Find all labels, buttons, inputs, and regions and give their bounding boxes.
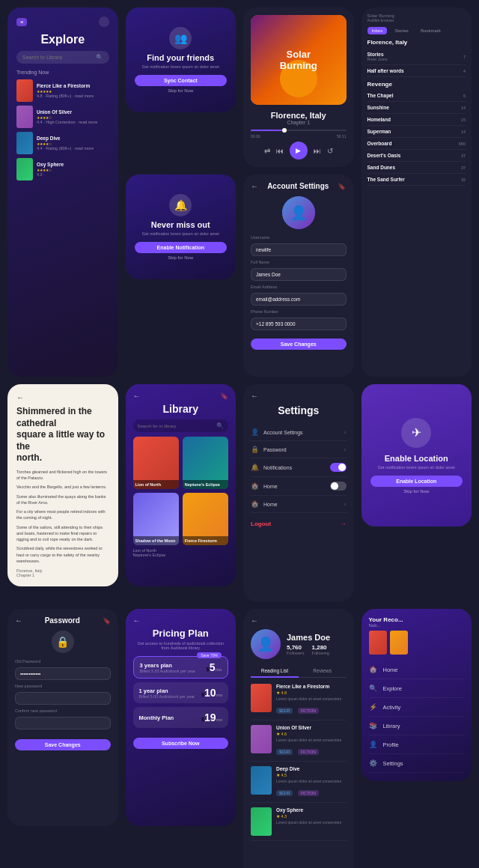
skip-button[interactable]: Skip for Now xyxy=(135,88,228,93)
sync-contact-button[interactable]: Sync Contact xyxy=(135,75,228,86)
enable-location-button[interactable]: Enable Location xyxy=(370,476,463,487)
book-subtitle-2: Neptune's Eclipse xyxy=(133,553,229,557)
nav-item-home[interactable]: 🏠 Home xyxy=(369,661,465,679)
find-friends-subtitle: Get notification lorem ipsum sir dolor a… xyxy=(142,64,219,69)
search-icon: 🔍 xyxy=(96,54,103,61)
your-reco-title: Your Reco... xyxy=(369,616,465,623)
subscribe-button[interactable]: Subscribe Now xyxy=(133,738,229,749)
enable-location-subtitle: Get notification lorem ipsum sir dolor a… xyxy=(378,465,455,470)
solar-info-header: Solar BurningAudible browser xyxy=(367,13,466,22)
list-item[interactable]: The Sand Surfer 32 xyxy=(367,174,466,186)
nav-item-settings[interactable]: ⚙️ Settings xyxy=(369,754,465,773)
list-item[interactable]: Fierce Like a Firestorm ★ 4.8 Lorem ipsu… xyxy=(251,684,347,720)
reader-back-arrow[interactable]: ← xyxy=(16,393,24,401)
skip-location-button[interactable]: Skip for Now xyxy=(370,489,463,494)
list-item[interactable]: Overboard 680 xyxy=(367,138,466,150)
search-bar[interactable]: 🔍 xyxy=(16,51,109,64)
notifications-toggle[interactable] xyxy=(330,463,347,472)
skip-notification-button[interactable]: Skip for Now xyxy=(135,255,228,260)
list-item[interactable]: Deep Dive ★★★★☆ 4.4 · Rating (80K+) · re… xyxy=(16,132,109,154)
book-cover xyxy=(251,766,272,795)
list-item[interactable]: Deep Dive ★ 4.5 Lorem ipsum dolor sit am… xyxy=(251,766,347,803)
settings-item-notifications[interactable]: 🔔 Notifications xyxy=(251,458,347,477)
list-item[interactable]: Shadow of the Moon xyxy=(133,493,179,545)
plan-item-monthly[interactable]: Monthly Plan $ 19 mo xyxy=(133,707,229,728)
list-item[interactable]: Fierce Like a Firestorm ★★★★★ 4.8 · Rati… xyxy=(16,79,109,102)
new-password-input[interactable] xyxy=(15,692,111,705)
phone-input[interactable] xyxy=(251,318,347,330)
email-input[interactable] xyxy=(251,293,347,306)
logout-item[interactable]: Logout → xyxy=(251,516,347,532)
never-miss-card: 🔔 Never miss out Get notification lorem … xyxy=(126,174,237,279)
settings-back[interactable]: ← xyxy=(251,392,258,400)
list-item[interactable]: Oxy Sphere ★★★★☆ 4.2 · xyxy=(16,158,109,180)
find-friends-title: Find your friends xyxy=(147,53,214,62)
fullname-label: Full Name xyxy=(251,260,347,264)
home-toggle[interactable] xyxy=(330,482,347,491)
shuffle-icon[interactable]: ⇄ xyxy=(264,147,270,155)
plan-item-3year[interactable]: Save 70% 3 years plan Billed 3.33 Audiob… xyxy=(133,656,229,679)
list-item[interactable]: Lion of North xyxy=(133,437,179,489)
list-item[interactable]: Half after words 4 xyxy=(367,65,466,77)
profile-back[interactable]: ← xyxy=(251,616,258,625)
settings-item-home-1[interactable]: 🏠 Home xyxy=(251,477,347,496)
fullname-input[interactable] xyxy=(251,268,347,281)
book-meta: 4.2 · xyxy=(37,172,109,177)
nav-item-explore[interactable]: 🔍 Explore xyxy=(369,679,465,698)
audio-progress[interactable] xyxy=(251,130,347,131)
confirm-password-input[interactable] xyxy=(15,717,111,729)
list-item[interactable]: Desert's Oasis 37 xyxy=(367,150,466,162)
repeat-icon[interactable]: ↺ xyxy=(327,147,333,155)
reco-book-2 xyxy=(390,631,408,655)
settings-item-home-2[interactable]: 🏠 Home › xyxy=(251,496,347,513)
next-icon[interactable]: ⏭ xyxy=(314,147,321,155)
library-back[interactable]: ← xyxy=(133,392,141,400)
tab-reading-list[interactable]: Reading List xyxy=(251,665,299,678)
nav-item-library[interactable]: 📚 Library xyxy=(369,717,465,735)
list-item[interactable]: Homeland 15 xyxy=(367,114,466,126)
notifications-icon: 🔔 xyxy=(251,464,259,471)
library-search[interactable]: 🔍 xyxy=(133,419,229,432)
tab-reviews[interactable]: Reviews xyxy=(299,665,347,678)
account-settings-label: Account Settings xyxy=(263,430,303,435)
tab-inbox[interactable]: Inbox xyxy=(367,27,388,34)
list-item[interactable]: Sunshine 14 xyxy=(367,102,466,114)
explore-title: Explore xyxy=(16,33,109,46)
list-item[interactable]: Stories River Joins 7 xyxy=(367,49,466,65)
list-item[interactable]: Oxy Sphere ★ 4.3 Lorem ipsum dolor sit a… xyxy=(251,807,347,841)
settings-item-account[interactable]: 👤 Account Settings › xyxy=(251,424,347,441)
save-password-button[interactable]: Save Changes xyxy=(15,739,111,750)
search-input[interactable] xyxy=(22,55,96,60)
list-item[interactable]: Superman 14 xyxy=(367,126,466,138)
info-tabs: Inbox Stories Bookmark xyxy=(367,27,466,34)
book-cover xyxy=(16,106,33,128)
list-item[interactable]: Fierce Firestorm xyxy=(183,493,228,545)
back-arrow[interactable]: ← xyxy=(251,182,258,190)
tab-stories[interactable]: Stories xyxy=(390,27,413,34)
list-item[interactable]: Neptune's Eclipse xyxy=(183,437,228,489)
old-password-input[interactable] xyxy=(15,667,111,680)
enable-notification-button[interactable]: Enable Notification xyxy=(135,242,228,253)
list-item[interactable]: The Chapel 6 xyxy=(367,90,466,102)
plan-item-1year[interactable]: 1 year plan Billed 5.00 Audiobook per ye… xyxy=(133,682,229,703)
bell-icon: 🔔 xyxy=(169,194,192,216)
list-item[interactable]: Union Of Silver ★★★★☆ 4.4 · High Content… xyxy=(16,106,109,128)
library-search-input[interactable] xyxy=(138,424,217,428)
pricing-back[interactable]: ← xyxy=(133,616,141,625)
username-input[interactable] xyxy=(251,243,347,256)
settings-item-password[interactable]: 🔒 Password › xyxy=(251,441,347,458)
settings-card: ← Settings 👤 Account Settings › 🔒 Passwo… xyxy=(243,384,354,601)
password-back[interactable]: ← xyxy=(15,616,22,625)
list-item[interactable]: Union Of Silver ★ 4.6 Lorem ipsum dolor … xyxy=(251,725,347,762)
tab-bookmark[interactable]: Bookmark xyxy=(416,27,445,34)
reader-paragraph-3: Some also illuminated the quays along th… xyxy=(16,494,109,506)
nav-item-activity[interactable]: ⚡ Activity xyxy=(369,698,465,717)
play-button[interactable]: ▶ xyxy=(290,142,308,160)
nav-item-profile[interactable]: 👤 Profile xyxy=(369,735,465,754)
prev-icon[interactable]: ⏮ xyxy=(276,147,284,155)
list-item[interactable]: Sand Dunes 37 xyxy=(367,162,466,174)
settings-title: Settings xyxy=(251,404,347,416)
save-changes-button[interactable]: Save Changes xyxy=(251,339,347,350)
solar-info-card: Solar BurningAudible browser Inbox Stori… xyxy=(361,7,472,377)
menu-button[interactable]: ≡ xyxy=(16,18,27,26)
